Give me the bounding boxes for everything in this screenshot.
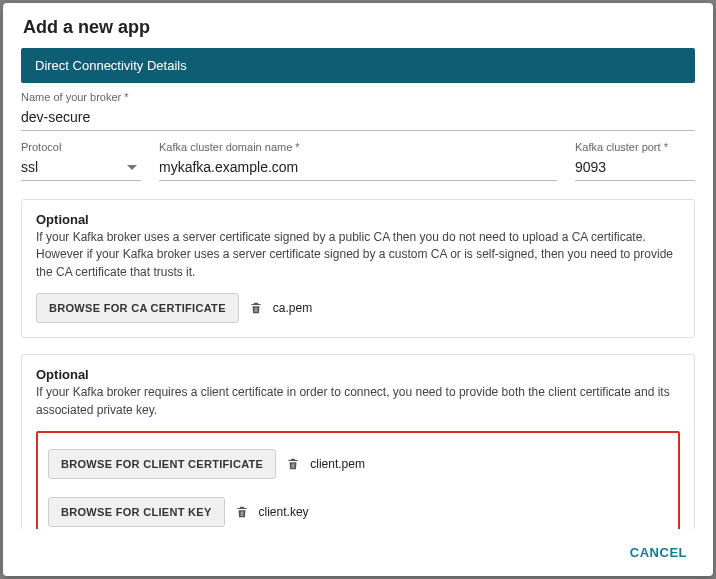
cluster-fields-row: Protocol Kafka cluster domain name * Kaf… <box>21 133 695 183</box>
section-header: Direct Connectivity Details <box>21 48 695 83</box>
browse-client-cert-button[interactable]: BROWSE FOR CLIENT CERTIFICATE <box>48 449 276 479</box>
protocol-select[interactable] <box>21 155 141 181</box>
domain-input[interactable] <box>159 155 557 181</box>
port-input[interactable] <box>575 155 695 181</box>
browse-client-key-button[interactable]: BROWSE FOR CLIENT KEY <box>48 497 225 527</box>
port-label: Kafka cluster port * <box>575 141 695 153</box>
ca-certificate-card: Optional If your Kafka broker uses a ser… <box>21 199 695 338</box>
ca-card-text: If your Kafka broker uses a server certi… <box>36 229 680 281</box>
domain-label: Kafka cluster domain name * <box>159 141 557 153</box>
client-certificate-card: Optional If your Kafka broker requires a… <box>21 354 695 529</box>
client-cert-row: BROWSE FOR CLIENT CERTIFICATE client.pem <box>48 449 668 479</box>
browse-ca-button[interactable]: BROWSE FOR CA CERTIFICATE <box>36 293 239 323</box>
protocol-value[interactable] <box>21 155 127 180</box>
domain-field: Kafka cluster domain name * <box>159 141 557 181</box>
client-cert-filename: client.pem <box>310 457 365 471</box>
protocol-field: Protocol <box>21 141 141 181</box>
dialog-actions: CANCEL <box>3 529 713 576</box>
trash-icon[interactable] <box>235 504 249 520</box>
broker-name-input[interactable] <box>21 105 695 131</box>
trash-icon[interactable] <box>249 300 263 316</box>
port-field: Kafka cluster port * <box>575 141 695 181</box>
client-cert-highlight: BROWSE FOR CLIENT CERTIFICATE client.pem… <box>36 431 680 529</box>
ca-filename: ca.pem <box>273 301 312 315</box>
broker-name-field: Name of your broker * <box>21 91 695 131</box>
dialog-title: Add a new app <box>3 3 713 48</box>
client-card-title: Optional <box>36 367 680 382</box>
dialog-body: Direct Connectivity Details Name of your… <box>3 48 713 529</box>
protocol-label: Protocol <box>21 141 141 153</box>
broker-name-row: Name of your broker * <box>21 83 695 133</box>
client-key-filename: client.key <box>259 505 309 519</box>
ca-card-title: Optional <box>36 212 680 227</box>
broker-name-label: Name of your broker * <box>21 91 695 103</box>
chevron-down-icon <box>127 165 137 170</box>
client-key-row: BROWSE FOR CLIENT KEY client.key <box>48 497 668 527</box>
cancel-button[interactable]: CANCEL <box>626 539 691 566</box>
ca-file-row: BROWSE FOR CA CERTIFICATE ca.pem <box>36 293 680 323</box>
client-card-text: If your Kafka broker requires a client c… <box>36 384 680 419</box>
add-app-dialog: Add a new app Direct Connectivity Detail… <box>3 3 713 576</box>
trash-icon[interactable] <box>286 456 300 472</box>
